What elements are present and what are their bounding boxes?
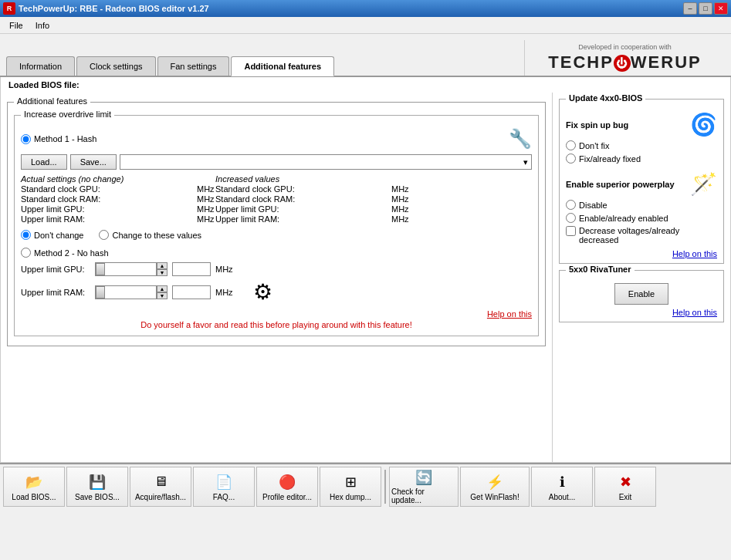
fix-already-radio[interactable]	[566, 153, 576, 164]
profile-dropdown[interactable]: ▾	[120, 154, 532, 170]
std-ram-unit-increased: MHz	[391, 194, 407, 204]
menu-file[interactable]: File	[3, 19, 29, 32]
profile-editor-button[interactable]: 🔴 Profile editor...	[256, 467, 318, 507]
main-content: Additional features Increase overdrive l…	[0, 93, 731, 463]
settings-table: Actual settings (no change) Increased va…	[21, 174, 532, 224]
maximize-button[interactable]: □	[699, 2, 712, 15]
window-controls: – □ ✕	[683, 2, 728, 15]
dont-fix-radio[interactable]	[566, 140, 576, 150]
about-icon: ℹ	[553, 473, 571, 491]
get-winflash-button[interactable]: ⚡ Get WinFlash!	[460, 467, 530, 507]
dont-change-label: Don't change	[34, 231, 83, 240]
method1-radio-row: Method 1 - Hash	[21, 134, 96, 144]
change-values-label: Change to these values	[112, 231, 201, 240]
additional-features-title: Additional features	[14, 96, 90, 106]
decrease-label: Decrease voltages/already decreased	[579, 226, 717, 245]
tabs-area: Information Clock settings Fan settings …	[6, 40, 524, 76]
help-link-overdrive[interactable]: Help on this	[487, 309, 532, 319]
disable-radio[interactable]	[566, 200, 576, 210]
upper-ram-input[interactable]	[172, 285, 211, 299]
enable-already-radio[interactable]	[566, 213, 576, 223]
logo: TECHP⏻WERUP	[548, 52, 701, 73]
profile-editor-icon: 🔴	[278, 473, 296, 491]
hex-dump-button[interactable]: ⊞ Hex dump...	[320, 467, 381, 507]
powerplay-icon: 🪄	[690, 171, 717, 197]
save-bios-button[interactable]: 💾 Save BIOS...	[66, 467, 128, 507]
fan-icon: 🌀	[690, 112, 717, 137]
upper-ram-slider-control: ▲ ▼	[95, 285, 168, 299]
about-label: About...	[549, 493, 575, 501]
disable-label: Disable	[579, 201, 607, 210]
get-winflash-label: Get WinFlash!	[470, 493, 519, 501]
minimize-button[interactable]: –	[683, 2, 697, 15]
bottom-toolbar: 📂 Load BIOS... 💾 Save BIOS... 🖥 Acquire/…	[0, 463, 731, 509]
update-bios-title: Update 4xx0-BIOS	[566, 93, 645, 103]
riva-title: 5xx0 RivaTuner	[566, 265, 635, 274]
acquire-flash-button[interactable]: 🖥 Acquire/flash...	[130, 467, 191, 507]
check-update-label: Check for update...	[391, 487, 456, 504]
save-button[interactable]: Save...	[70, 154, 117, 170]
upper-gpu-slider-control: ▲ ▼	[95, 262, 168, 276]
help-link-riva[interactable]: Help on this	[672, 308, 717, 317]
method2-row: Method 2 - No hash	[21, 248, 532, 258]
exit-icon: ✖	[616, 473, 635, 491]
update-bios-section: Update 4xx0-BIOS Fix spin up bug 🌀 Don't…	[559, 99, 724, 264]
std-gpu-label-increased: Standard clock GPU:	[215, 184, 347, 194]
about-button[interactable]: ℹ About...	[531, 467, 593, 507]
warning-text: Do yourself a favor and read this before…	[140, 320, 412, 329]
acquire-flash-label: Acquire/flash...	[135, 493, 186, 501]
load-button[interactable]: Load...	[21, 154, 67, 170]
hex-dump-label: Hex dump...	[330, 493, 371, 501]
change-values-row: Change to these values	[99, 230, 201, 240]
method1-radio[interactable]	[21, 134, 31, 144]
faq-button[interactable]: 📄 FAQ...	[193, 467, 255, 507]
upper-gpu-val-increased	[350, 204, 388, 214]
check-update-button[interactable]: 🔄 Check for update...	[389, 467, 459, 507]
tab-additional-features[interactable]: Additional features	[231, 56, 334, 76]
enable-riva-button[interactable]: Enable	[614, 283, 668, 305]
logo-text-before: TECHP	[548, 52, 614, 72]
dont-change-radio[interactable]	[21, 230, 31, 240]
dont-change-row: Don't change	[21, 230, 83, 240]
profile-editor-label: Profile editor...	[262, 493, 312, 501]
upper-ram-slider-label: Upper limit RAM:	[21, 288, 90, 297]
load-bios-button[interactable]: 📂 Load BIOS...	[3, 467, 65, 507]
menu-info[interactable]: Info	[29, 19, 56, 32]
header-area: Information Clock settings Fan settings …	[0, 34, 731, 77]
enable-already-label: Enable/already enabled	[579, 214, 668, 223]
change-values-radio[interactable]	[99, 230, 109, 240]
method2-radio[interactable]	[21, 248, 31, 258]
upper-gpu-down[interactable]: ▼	[157, 269, 168, 276]
faq-label: FAQ...	[213, 493, 235, 501]
powerplay-header: Enable superior powerplay 🪄	[566, 171, 717, 197]
std-gpu-unit-actual: MHz	[197, 184, 212, 194]
upper-ram-down[interactable]: ▼	[157, 292, 168, 299]
exit-button[interactable]: ✖ Exit	[594, 467, 656, 507]
decrease-checkbox[interactable]	[566, 226, 576, 236]
method1-row: Method 1 - Hash 🔧	[21, 128, 532, 150]
overdrive-title: Increase overdrive limit	[21, 110, 114, 119]
upper-gpu-input[interactable]	[172, 262, 211, 276]
hex-dump-icon: ⊞	[341, 473, 360, 491]
loaded-bios-bar: Loaded BIOS file:	[0, 77, 731, 93]
tab-information[interactable]: Information	[6, 56, 75, 76]
std-ram-label-increased: Standard clock RAM:	[215, 194, 347, 204]
help-link-update[interactable]: Help on this	[672, 249, 717, 258]
upper-ram-up[interactable]: ▲	[157, 285, 168, 292]
tab-fan-settings[interactable]: Fan settings	[157, 56, 230, 76]
riva-section: 5xx0 RivaTuner Enable Help on this	[559, 270, 724, 322]
decrease-row: Decrease voltages/already decreased	[566, 226, 717, 245]
upper-gpu-slider-track[interactable]	[95, 262, 157, 276]
upper-gpu-up[interactable]: ▲	[157, 262, 168, 269]
check-update-icon: 🔄	[415, 469, 433, 486]
tab-clock-settings[interactable]: Clock settings	[76, 56, 155, 76]
close-button[interactable]: ✕	[714, 2, 728, 15]
upper-ram-val-increased	[350, 214, 388, 224]
upper-ram-slider-row: Upper limit RAM: ▲ ▼ MHz	[21, 279, 532, 305]
loaded-bios-label: Loaded BIOS file:	[8, 80, 80, 89]
title-bar: R TechPowerUp: RBE - Radeon BIOS editor …	[0, 0, 731, 17]
additional-features-group: Additional features Increase overdrive l…	[7, 102, 546, 346]
fix-spin-header: Fix spin up bug 🌀	[566, 112, 717, 137]
faq-icon: 📄	[215, 473, 233, 491]
upper-ram-slider-track[interactable]	[95, 285, 157, 299]
